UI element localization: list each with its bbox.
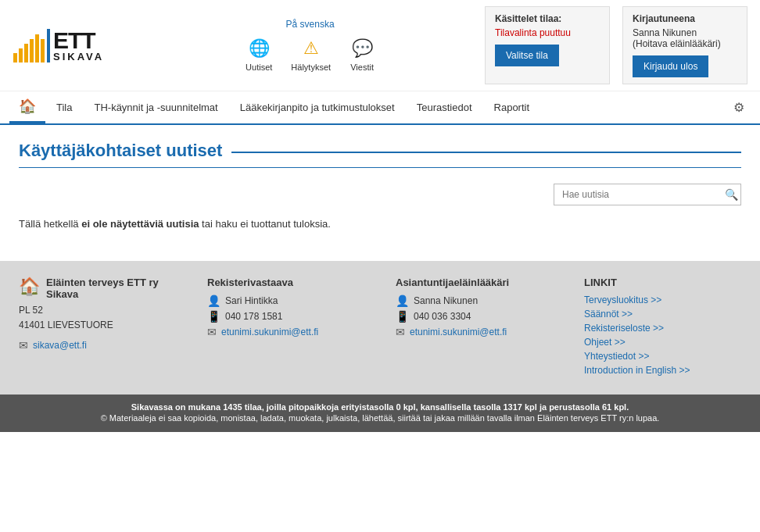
nav-uutiset[interactable]: 🌐 Uutiset bbox=[246, 36, 272, 72]
asiantuntija-name-row: 👤 Sanna Nikunen bbox=[396, 295, 553, 307]
header-lang: På svenska bbox=[246, 19, 375, 30]
footer-org-name-block: Eläinten terveys ETT ry Sikava bbox=[46, 277, 159, 300]
search-button[interactable]: 🔍 bbox=[725, 188, 738, 201]
logo-ett: ETT bbox=[47, 29, 104, 52]
asiantuntija-email-link[interactable]: etunimi.sukunimi@ett.fi bbox=[410, 327, 507, 337]
asiantuntija-phone-row: 📱 040 036 3304 bbox=[396, 310, 553, 323]
footer-stats-text: Sikavassa on mukana 1435 tilaa, joilla p… bbox=[131, 402, 629, 412]
no-news-message: Tällä hetkellä ei ole näytettäviä uutisi… bbox=[19, 218, 741, 230]
main-content: Käyttäjäkohtaiset uutiset 🔍 Tällä hetkel… bbox=[0, 125, 760, 245]
nav-laake[interactable]: Lääkekirjanpito ja tutkimustulokset bbox=[229, 94, 406, 121]
nav-viestit[interactable]: 💬 Viestit bbox=[350, 36, 375, 72]
footer-link-1[interactable]: Säännöt >> bbox=[584, 309, 741, 320]
rekisteri-title: Rekisterivastaava bbox=[207, 277, 364, 288]
status-tila-label: Käsittelet tilaa: bbox=[495, 13, 600, 24]
kirjautuneena-label: Kirjautuneena bbox=[633, 13, 737, 24]
footer-main: 🏠 Eläinten terveys ETT ry Sikava PL 52 4… bbox=[0, 261, 760, 395]
logo-bar bbox=[30, 39, 34, 62]
person-icon-asiantuntija: 👤 bbox=[396, 295, 409, 307]
logo-bar bbox=[35, 34, 39, 62]
header: ETT SIKAVA På svenska 🌐 Uutiset ⚠ Hälyty… bbox=[0, 0, 760, 91]
footer-copyright: © Materiaaleja ei saa kopioida, monistaa… bbox=[19, 413, 741, 423]
search-wrap: 🔍 bbox=[554, 184, 741, 205]
search-area: 🔍 bbox=[19, 184, 741, 205]
alert-icon: ⚠ bbox=[299, 36, 324, 61]
no-news-start: Tällä hetkellä bbox=[19, 218, 79, 230]
nav-viestit-label: Viestit bbox=[350, 62, 374, 72]
address-line1: PL 52 bbox=[19, 303, 176, 318]
footer-rekisteri-col: Rekisterivastaava 👤 Sari Hintikka 📱 040 … bbox=[207, 277, 364, 379]
header-nav-icons: På svenska 🌐 Uutiset ⚠ Hälytykset 💬 Vies… bbox=[135, 19, 485, 72]
rekisteri-name-row: 👤 Sari Hintikka bbox=[207, 295, 364, 307]
no-news-end: tai haku ei tuottanut tuloksia. bbox=[199, 218, 331, 230]
valitse-tila-button[interactable]: Valitse tila bbox=[495, 45, 559, 66]
kirjaudu-ulos-button[interactable]: Kirjaudu ulos bbox=[633, 55, 708, 77]
footer-link-0[interactable]: Terveysluokitus >> bbox=[584, 295, 741, 305]
person-icon-rekisteri: 👤 bbox=[207, 295, 220, 307]
globe-icon: 🌐 bbox=[246, 36, 271, 61]
asiantuntija-title: Asiantuntijaeläinlääkäri bbox=[396, 277, 553, 288]
logo-bars bbox=[13, 28, 45, 62]
rekisteri-email-row: ✉ etunimi.sukunimi@ett.fi bbox=[207, 326, 364, 338]
nav-icons-row: 🌐 Uutiset ⚠ Hälytykset 💬 Viestit bbox=[246, 36, 375, 72]
status-box-login: Kirjautuneena Sanna Nikunen (Hoitava elä… bbox=[622, 6, 747, 84]
nav-th[interactable]: TH-käynnit ja -suunnitelmat bbox=[83, 94, 228, 121]
rekisteri-name: Sari Hintikka bbox=[225, 295, 278, 306]
logo-text-block: ETT SIKAVA bbox=[47, 29, 104, 62]
mail-icon: ✉ bbox=[19, 339, 28, 352]
rekisteri-phone-row: 📱 040 178 1581 bbox=[207, 310, 364, 323]
nav-uutiset-label: Uutiset bbox=[246, 62, 272, 72]
title-divider bbox=[231, 152, 741, 153]
footer-links-col: LINKIT Terveysluokitus >>Säännöt >>Rekis… bbox=[584, 277, 741, 379]
logo-bar bbox=[13, 53, 17, 62]
chat-icon: 💬 bbox=[350, 36, 375, 61]
footer-email-row: ✉ sikava@ett.fi bbox=[19, 339, 176, 352]
lang-link[interactable]: På svenska bbox=[286, 19, 335, 30]
page-title: Käyttäjäkohtaiset uutiset bbox=[19, 141, 741, 168]
address-line2: 41401 LIEVESTUORE bbox=[19, 318, 176, 333]
nav-home[interactable]: 🏠 bbox=[9, 91, 45, 123]
asiantuntija-name: Sanna Nikunen bbox=[414, 295, 478, 306]
nav-raportit[interactable]: Raportit bbox=[483, 94, 541, 121]
footer-link-3[interactable]: Ohjeet >> bbox=[584, 337, 741, 348]
status-box-tila: Käsittelet tilaa: Tilavalinta puuttuu Va… bbox=[485, 6, 610, 84]
user-role: (Hoitava eläinlääkäri) bbox=[633, 38, 737, 49]
logo-sikava: SIKAVA bbox=[47, 51, 104, 62]
nav-tila[interactable]: Tila bbox=[45, 94, 83, 121]
product-name: Sikava bbox=[46, 288, 159, 300]
footer-link-4[interactable]: Yhteystiedot >> bbox=[584, 351, 741, 362]
rekisteri-email-link[interactable]: etunimi.sukunimi@ett.fi bbox=[221, 327, 318, 337]
logo-bar bbox=[24, 44, 28, 62]
mail-icon-asiantuntija: ✉ bbox=[396, 326, 405, 338]
footer-bottom: Sikavassa on mukana 1435 tilaa, joilla p… bbox=[0, 395, 760, 432]
phone-icon-rekisteri: 📱 bbox=[207, 310, 220, 323]
search-input[interactable] bbox=[554, 184, 741, 205]
footer-link-2[interactable]: Rekisteriseloste >> bbox=[584, 323, 741, 334]
nav-halytykset-label: Hälytykset bbox=[291, 62, 331, 72]
no-news-bold: ei ole näytettäviä uutisia bbox=[79, 218, 199, 230]
header-status-area: Käsittelet tilaa: Tilavalinta puuttuu Va… bbox=[485, 6, 747, 84]
home-icon: 🏠 bbox=[19, 98, 36, 114]
nav-bar: 🏠 Tila TH-käynnit ja -suunnitelmat Lääke… bbox=[0, 91, 760, 125]
nav-halytykset[interactable]: ⚠ Hälytykset bbox=[291, 36, 331, 72]
footer-org-header: 🏠 Eläinten terveys ETT ry Sikava bbox=[19, 277, 176, 300]
logo-bar bbox=[19, 48, 23, 62]
mail-icon-rekisteri: ✉ bbox=[207, 326, 217, 338]
rekisteri-phone: 040 178 1581 bbox=[225, 311, 282, 322]
phone-icon-asiantuntija: 📱 bbox=[396, 310, 409, 323]
logo-area: ETT SIKAVA bbox=[13, 28, 104, 62]
footer-link-5[interactable]: Introduction in English >> bbox=[584, 365, 741, 376]
footer-address: PL 52 41401 LIEVESTUORE bbox=[19, 303, 176, 333]
nav-teurastiedot[interactable]: Teurastiedot bbox=[406, 94, 483, 121]
links-title: LINKIT bbox=[584, 277, 741, 288]
status-tila-value: Tilavalinta puuttuu bbox=[495, 27, 600, 38]
page-title-text: Käyttäjäkohtaiset uutiset bbox=[19, 141, 222, 161]
org-email-link[interactable]: sikava@ett.fi bbox=[33, 340, 87, 351]
footer-links: Terveysluokitus >>Säännöt >>Rekisterisel… bbox=[584, 295, 741, 376]
settings-icon[interactable]: ⚙ bbox=[727, 94, 751, 121]
user-name: Sanna Nikunen bbox=[633, 27, 737, 38]
org-name: Eläinten terveys ETT ry bbox=[46, 277, 159, 288]
footer-stats: Sikavassa on mukana 1435 tilaa, joilla p… bbox=[19, 402, 741, 412]
footer-asiantuntija-col: Asiantuntijaeläinlääkäri 👤 Sanna Nikunen… bbox=[396, 277, 553, 379]
asiantuntija-email-row: ✉ etunimi.sukunimi@ett.fi bbox=[396, 326, 553, 338]
